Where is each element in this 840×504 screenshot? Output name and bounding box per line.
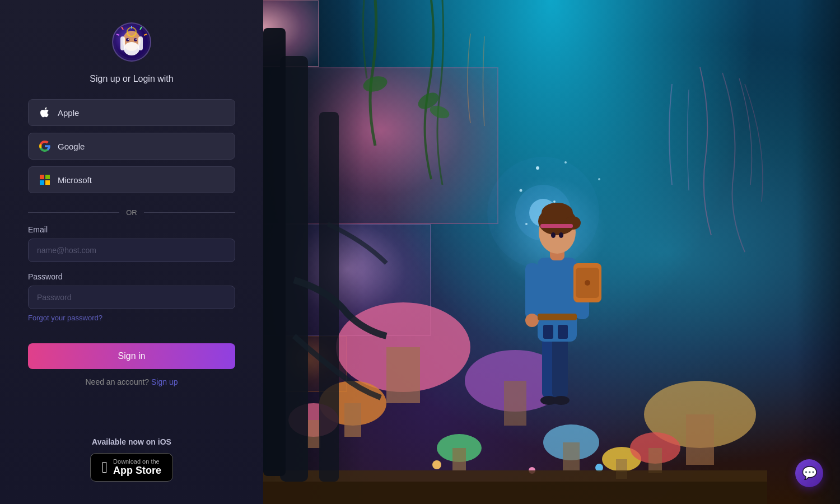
svg-rect-53: [542, 336, 558, 398]
ios-section: Available now on iOS  Download on the A…: [28, 429, 235, 482]
chat-icon: 💬: [802, 466, 817, 480]
dark-tree-left: [263, 0, 364, 504]
svg-point-8: [136, 39, 137, 40]
svg-rect-4: [138, 36, 143, 50]
or-label: OR: [126, 208, 137, 217]
svg-rect-32: [648, 448, 662, 473]
microsoft-login-button[interactable]: Microsoft: [28, 166, 235, 193]
email-label: Email: [28, 225, 235, 234]
appstore-large-text: App Store: [113, 465, 161, 477]
jellyfish-1: [263, 0, 319, 67]
svg-rect-26: [452, 448, 466, 470]
svg-point-33: [432, 460, 441, 469]
password-label: Password: [28, 272, 235, 281]
svg-point-25: [437, 434, 482, 462]
svg-rect-73: [543, 325, 553, 339]
svg-rect-28: [563, 442, 580, 470]
email-field-group: Email: [28, 225, 235, 262]
svg-point-6: [134, 38, 137, 41]
or-divider: OR: [28, 208, 235, 217]
center-glow: [494, 176, 606, 288]
svg-rect-54: [552, 336, 568, 398]
svg-point-56: [553, 396, 570, 405]
or-line-right: [144, 212, 235, 213]
svg-point-29: [602, 447, 641, 472]
appstore-small-text: Download on the: [113, 458, 161, 465]
forgot-password-link[interactable]: Forgot your password?: [28, 314, 235, 322]
image-panel: [263, 0, 840, 504]
ms-blue: [40, 180, 44, 185]
apple-icon: [39, 106, 51, 119]
svg-point-27: [543, 424, 599, 460]
svg-point-55: [540, 396, 557, 405]
app-logo: [112, 22, 151, 62]
signup-link[interactable]: Sign up: [151, 377, 178, 386]
svg-rect-72: [538, 314, 577, 320]
svg-rect-16: [386, 347, 420, 403]
svg-point-17: [465, 350, 566, 412]
svg-point-34: [529, 467, 535, 474]
signin-button[interactable]: Sign in: [28, 343, 235, 369]
svg-point-5: [126, 38, 129, 41]
microsoft-icon: [39, 174, 51, 186]
svg-point-50: [564, 161, 567, 164]
svg-rect-3: [120, 36, 125, 50]
apple-login-button[interactable]: Apple: [28, 99, 235, 126]
chat-button[interactable]: 💬: [795, 459, 823, 487]
right-edge-overlay: [795, 0, 840, 504]
microsoft-btn-label: Microsoft: [58, 175, 92, 185]
ms-yellow: [45, 180, 50, 185]
apple-btn-label: Apple: [58, 108, 79, 118]
appstore-apple-icon: : [102, 460, 108, 475]
email-input[interactable]: [28, 239, 235, 262]
password-input[interactable]: [28, 286, 235, 309]
svg-point-31: [630, 432, 680, 464]
ios-title: Available now on iOS: [28, 437, 235, 446]
appstore-text-container: Download on the App Store: [113, 458, 161, 477]
fantasy-background: [263, 0, 840, 504]
google-icon: [39, 140, 51, 152]
svg-point-47: [536, 166, 539, 170]
ms-red: [40, 175, 44, 179]
ms-green: [45, 175, 50, 179]
login-panel: Sign up or Login with Apple Google: [0, 0, 263, 504]
svg-point-23: [644, 381, 756, 448]
svg-rect-30: [616, 459, 627, 479]
svg-point-35: [595, 464, 603, 472]
google-btn-label: Google: [58, 142, 85, 151]
main-container: Sign up or Login with Apple Google: [0, 0, 840, 504]
svg-point-7: [128, 39, 129, 40]
svg-point-71: [585, 280, 590, 286]
svg-point-2: [124, 42, 139, 55]
password-field-group: Password Forgot your password?: [28, 272, 235, 322]
svg-rect-18: [504, 381, 526, 426]
login-heading: Sign up or Login with: [90, 73, 173, 85]
svg-point-52: [598, 178, 600, 180]
need-account-text: Need an account?: [85, 377, 149, 386]
or-line-left: [28, 212, 119, 213]
svg-point-60: [525, 314, 539, 327]
google-login-button[interactable]: Google: [28, 133, 235, 160]
svg-rect-24: [686, 414, 714, 465]
appstore-button[interactable]:  Download on the App Store: [90, 453, 173, 482]
svg-rect-74: [558, 325, 568, 339]
signup-prompt: Need an account? Sign up: [85, 377, 178, 386]
